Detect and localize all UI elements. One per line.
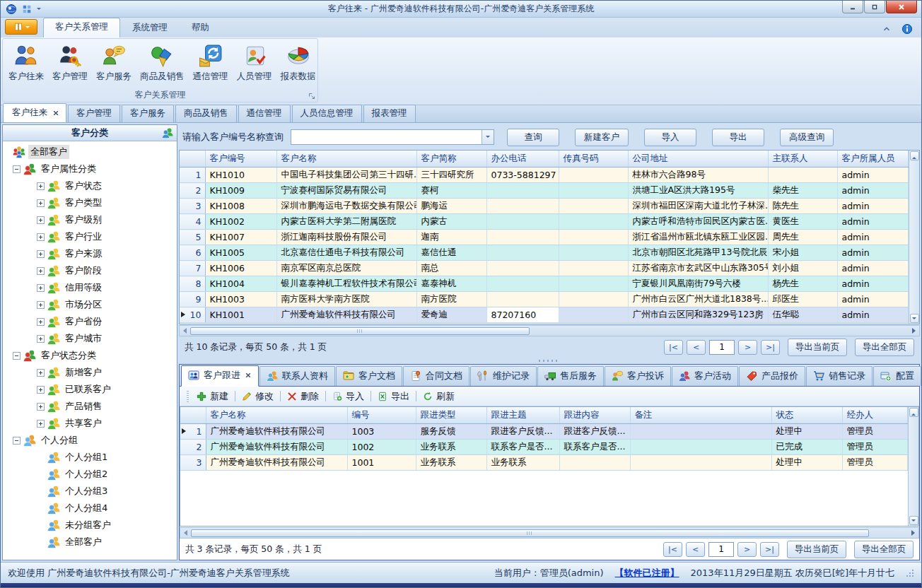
expand-icon[interactable] (37, 318, 45, 326)
new-button[interactable]: 新建 (197, 390, 228, 403)
collapse-icon[interactable] (13, 352, 21, 360)
detail-tab[interactable]: 合同文档 (403, 366, 469, 386)
column-header[interactable]: 备注 (630, 407, 771, 424)
next-page-button[interactable]: > (738, 340, 757, 355)
scroll-down-button[interactable] (909, 516, 918, 525)
tree-item[interactable]: 信用等级 (3, 279, 177, 296)
detail-tab[interactable]: 售后服务 (537, 366, 604, 386)
last-page-button[interactable]: >| (761, 340, 780, 355)
tree-item[interactable]: 个人分组3 (3, 483, 177, 500)
last-page-button[interactable]: >| (760, 542, 779, 557)
detail-tab[interactable]: 配置 (873, 366, 921, 386)
table-row[interactable]: 2KH1009宁波赛柯国际贸易有限公司赛柯洪塘工业A区洪大路195号柴先生adm… (180, 183, 909, 199)
scroll-left-button[interactable] (180, 327, 189, 335)
tree-item[interactable]: 个人分组4 (3, 500, 177, 517)
vertical-scrollbar[interactable] (908, 407, 918, 526)
ribbon-collapse-icon[interactable] (882, 24, 892, 34)
app-menu-button[interactable] (5, 19, 37, 35)
expand-icon[interactable] (37, 403, 45, 411)
restore-button[interactable] (864, 1, 885, 13)
ribbon-item[interactable]: 通信管理 (189, 41, 233, 84)
customer-search-input[interactable] (291, 130, 482, 144)
column-header[interactable]: 经办人 (842, 407, 908, 424)
column-header[interactable]: 编号 (347, 407, 416, 424)
query-button[interactable]: 查询 (507, 129, 559, 146)
doc-tab[interactable]: 客户往来 (3, 103, 66, 122)
panel-splitter[interactable] (179, 358, 920, 364)
column-header[interactable]: 跟进类型 (416, 407, 486, 424)
tree-item[interactable]: 客户省份 (3, 313, 177, 330)
export-all-button[interactable]: 导出全部页 (854, 541, 914, 558)
quick-access-grid-icon[interactable] (22, 4, 32, 14)
tree-item[interactable]: 客户阶段 (3, 262, 177, 279)
scrollbar-thumb[interactable] (190, 327, 530, 335)
tree-item[interactable]: 全部客户 (3, 143, 177, 160)
collapse-icon[interactable] (13, 165, 21, 173)
expand-icon[interactable] (37, 216, 45, 224)
first-page-button[interactable]: |< (663, 542, 682, 557)
table-row[interactable]: 4KH1002内蒙古医科大学第二附属医院内蒙古内蒙古呼和浩特市回民区内蒙古医..… (180, 214, 909, 230)
detail-tab[interactable]: 维护记录 (470, 366, 537, 386)
export-all-button[interactable]: 导出全部页 (855, 339, 914, 356)
table-row[interactable]: 3KH1008深圳市鹏海运电子数据交换有限公司鹏海运深圳市福田区深南大道北竹子林… (180, 199, 909, 214)
table-row[interactable]: 2广州爱奇迪软件科技有限公司1002业务联系联系客户是否...联系客户是否...… (180, 440, 908, 455)
doc-tab[interactable]: 通信管理 (238, 105, 291, 122)
table-row[interactable]: 5KH1007浙江迦南科技股份有限公司迦南浙江省温州市瓯北镇东瓯工业区园...周… (180, 230, 909, 245)
detail-tab[interactable]: 产品报价 (739, 366, 805, 386)
quick-access-dropdown-icon[interactable] (37, 8, 41, 12)
tree-item[interactable]: 客户状态分类 (3, 347, 177, 364)
detail-tab[interactable]: 联系人资料 (259, 366, 335, 386)
export-current-button[interactable]: 导出当前页 (788, 339, 847, 356)
tree-item[interactable]: 客户状态 (3, 177, 177, 194)
doc-tab[interactable]: 商品及销售 (175, 105, 237, 122)
new-customer-button[interactable]: 新建客户 (575, 129, 629, 146)
vertical-scrollbar[interactable] (909, 151, 919, 324)
prev-page-button[interactable]: < (687, 340, 706, 355)
scroll-down-button[interactable] (910, 314, 919, 323)
expand-icon[interactable] (37, 250, 45, 258)
dialog-launcher-button[interactable] (308, 92, 316, 100)
page-input[interactable] (708, 542, 734, 557)
edit-button[interactable]: 修改 (242, 390, 274, 403)
expand-icon[interactable] (37, 369, 45, 377)
tree-item[interactable]: 未分组客户 (3, 517, 177, 534)
ribbon-item[interactable]: 客户往来 (4, 41, 48, 84)
scroll-right-button[interactable] (909, 327, 918, 335)
detail-tab[interactable]: 销售记录 (806, 366, 873, 386)
column-header[interactable]: 办公电话 (486, 151, 559, 167)
horizontal-scrollbar[interactable] (180, 527, 919, 539)
next-page-button[interactable]: > (737, 542, 757, 557)
scrollbar-thumb[interactable] (191, 529, 869, 537)
expand-icon[interactable] (37, 301, 45, 309)
scroll-right-button[interactable] (909, 529, 918, 537)
table-row[interactable]: 10KH1001广州爱奇迪软件科技有限公司爱奇迪87207160广州市白云区同和… (180, 307, 909, 323)
ribbon-item[interactable]: 客户管理 (48, 41, 92, 84)
tree-item[interactable]: 已联系客户 (3, 381, 177, 398)
minimize-button[interactable] (842, 1, 863, 13)
first-page-button[interactable]: |< (664, 340, 683, 355)
tree-item[interactable]: 个人分组2 (3, 466, 177, 483)
table-row[interactable]: 3广州爱奇迪软件科技有限公司1001业务联系业务联系处理中管理员 (180, 455, 908, 471)
license-link[interactable]: 【软件已注册】 (615, 567, 679, 580)
ribbon-tab[interactable]: 客户关系管理 (43, 18, 120, 37)
tab-close-icon[interactable] (245, 372, 252, 379)
tree-item[interactable]: 客户城市 (3, 330, 177, 347)
table-row[interactable]: 7KH1006南京军区南京总医院南总江苏省南京市玄武区中山东路305号刘小姐ad… (180, 261, 909, 276)
doc-tab[interactable]: 报表管理 (363, 105, 416, 122)
delete-button[interactable]: 删除 (287, 390, 319, 403)
expand-icon[interactable] (37, 233, 45, 241)
advanced-query-button[interactable]: 高级查询 (780, 129, 834, 146)
tree-item[interactable]: 客户来源 (3, 245, 177, 262)
table-row[interactable]: 9KH1003南方医科大学南方医院南方医院广州市白云区广州大道北1838号...… (180, 292, 909, 307)
help-info-icon[interactable] (901, 23, 913, 35)
category-manage-icon[interactable] (162, 127, 173, 139)
doc-tab[interactable]: 客户服务 (122, 105, 174, 122)
page-input[interactable] (709, 340, 735, 355)
column-header[interactable]: 客户所属人员 (837, 151, 909, 167)
table-row[interactable]: 1KH1010中国电子科技集团公司第三十四研...三十四研究所0733-5881… (180, 167, 909, 183)
tree-item[interactable]: 个人分组 (3, 432, 177, 449)
tree-item[interactable]: 客户行业 (3, 228, 177, 245)
column-header[interactable]: 客户简称 (416, 151, 486, 167)
tree-item[interactable]: 市场分区 (3, 296, 177, 313)
scroll-up-button[interactable] (909, 408, 918, 417)
